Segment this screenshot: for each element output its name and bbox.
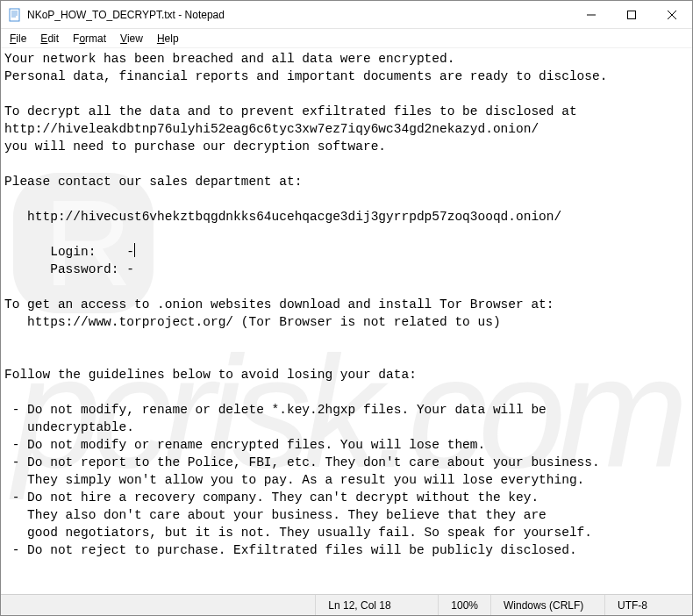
minimize-button[interactable] (571, 1, 611, 28)
window-title: NKoP_HOW_TO_DECRYPT.txt - Notepad (27, 9, 571, 21)
editor-area[interactable]: Rpcrisk.com Your network has been breach… (1, 48, 692, 594)
status-position: Ln 12, Col 18 (315, 595, 438, 615)
svg-rect-6 (628, 11, 636, 18)
titlebar: NKoP_HOW_TO_DECRYPT.txt - Notepad (1, 1, 692, 29)
status-encoding: UTF-8 (604, 595, 692, 615)
menu-view[interactable]: View (113, 31, 150, 47)
menu-edit[interactable]: Edit (33, 31, 66, 47)
text-caret (134, 243, 135, 257)
status-zoom: 100% (438, 595, 490, 615)
menu-help[interactable]: Help (150, 31, 186, 47)
menu-format[interactable]: Format (66, 31, 113, 47)
statusbar: Ln 12, Col 18 100% Windows (CRLF) UTF-8 (1, 594, 692, 615)
editor-text[interactable]: Your network has been breached and all d… (1, 48, 692, 561)
menubar: File Edit Format View Help (1, 29, 692, 48)
notepad-icon (8, 8, 22, 22)
status-line-ending: Windows (CRLF) (490, 595, 604, 615)
menu-file[interactable]: File (3, 31, 33, 47)
window-controls (571, 1, 692, 28)
maximize-button[interactable] (611, 1, 652, 28)
close-button[interactable] (652, 1, 692, 28)
